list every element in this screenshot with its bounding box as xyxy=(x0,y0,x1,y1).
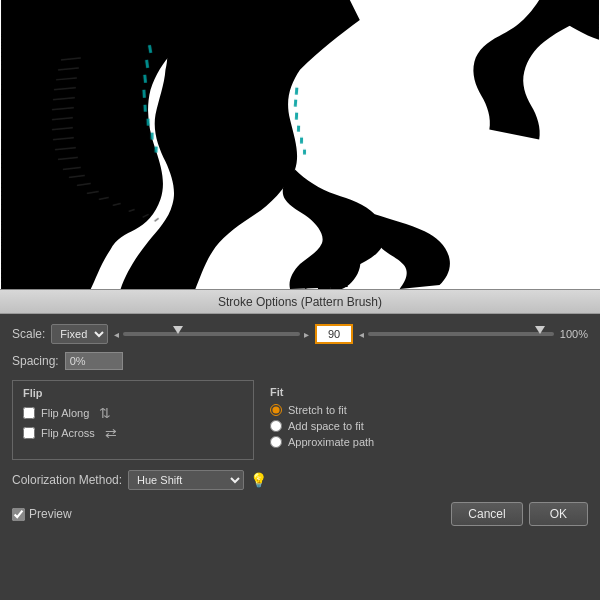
svg-rect-6 xyxy=(146,119,149,126)
svg-rect-10 xyxy=(294,100,297,107)
fit-approx-row: Approximate path xyxy=(270,436,578,448)
scale-label: Scale: xyxy=(12,327,45,341)
svg-rect-14 xyxy=(303,149,306,154)
fit-section: Fit Stretch to fit Add space to fit Appr… xyxy=(260,380,588,460)
svg-rect-8 xyxy=(154,146,157,152)
scale-slider-container: ◂ ▸ xyxy=(114,329,309,340)
svg-rect-7 xyxy=(151,133,154,140)
flip-fit-row: Flip Flip Along ⇅ Flip Across ⇄ Fit Stre… xyxy=(12,380,588,460)
scale-slider2-track[interactable] xyxy=(368,332,554,336)
slider-right-arrow[interactable]: ▸ xyxy=(304,329,309,340)
flip-along-label[interactable]: Flip Along xyxy=(41,407,89,419)
colorization-row: Colorization Method: None Tints Tints an… xyxy=(12,470,588,490)
scale-row: Scale: Fixed Auto ◂ ▸ ◂ 100% xyxy=(12,324,588,344)
scale-dropdown[interactable]: Fixed Auto xyxy=(51,324,108,344)
fit-stretch-label[interactable]: Stretch to fit xyxy=(288,404,347,416)
flip-along-icon: ⇅ xyxy=(99,405,111,421)
dialog-body: Scale: Fixed Auto ◂ ▸ ◂ 100% Spacing: xyxy=(0,314,600,538)
dialog-title: Stroke Options (Pattern Brush) xyxy=(218,295,382,309)
ok-button[interactable]: OK xyxy=(529,502,588,526)
preview-checkbox[interactable] xyxy=(12,508,25,521)
scale-percent-label: 100% xyxy=(560,328,588,340)
scale-number-input[interactable] xyxy=(315,324,353,344)
svg-rect-13 xyxy=(300,137,303,143)
scale-slider2-container: ◂ xyxy=(359,329,554,340)
flip-along-checkbox[interactable] xyxy=(23,407,35,419)
flip-across-icon: ⇄ xyxy=(105,425,117,441)
flip-across-label[interactable]: Flip Across xyxy=(41,427,95,439)
svg-rect-12 xyxy=(297,125,300,131)
colorization-dropdown[interactable]: None Tints Tints and Shades Hue Shift xyxy=(128,470,244,490)
spacing-input[interactable] xyxy=(65,352,123,370)
svg-rect-5 xyxy=(143,105,146,112)
flip-section: Flip Flip Along ⇅ Flip Across ⇄ xyxy=(12,380,254,460)
flip-across-row: Flip Across ⇄ xyxy=(23,425,243,441)
slider-left-arrow[interactable]: ◂ xyxy=(114,329,119,340)
canvas-area xyxy=(0,0,600,290)
fit-stretch-row: Stretch to fit xyxy=(270,404,578,416)
flip-across-checkbox[interactable] xyxy=(23,427,35,439)
preview-row: Preview xyxy=(12,507,72,521)
cancel-button[interactable]: Cancel xyxy=(451,502,522,526)
bulb-icon[interactable]: 💡 xyxy=(250,472,267,488)
fit-stretch-radio[interactable] xyxy=(270,404,282,416)
bottom-row: Preview Cancel OK xyxy=(12,502,588,526)
buttons-row: Cancel OK xyxy=(451,502,588,526)
fit-addspace-radio[interactable] xyxy=(270,420,282,432)
svg-rect-4 xyxy=(142,90,146,98)
flip-along-row: Flip Along ⇅ xyxy=(23,405,243,421)
fit-addspace-row: Add space to fit xyxy=(270,420,578,432)
fit-title: Fit xyxy=(270,386,578,398)
svg-rect-11 xyxy=(295,113,298,120)
fit-approx-label[interactable]: Approximate path xyxy=(288,436,374,448)
svg-rect-9 xyxy=(295,88,299,95)
spacing-row: Spacing: xyxy=(12,352,588,370)
dialog-titlebar: Stroke Options (Pattern Brush) xyxy=(0,290,600,314)
flip-title: Flip xyxy=(23,387,243,399)
colorization-label: Colorization Method: xyxy=(12,473,122,487)
fit-addspace-label[interactable]: Add space to fit xyxy=(288,420,364,432)
fit-approx-radio[interactable] xyxy=(270,436,282,448)
scale-slider-track[interactable] xyxy=(123,332,300,336)
slider2-left-arrow[interactable]: ◂ xyxy=(359,329,364,340)
spacing-label: Spacing: xyxy=(12,354,59,368)
preview-label[interactable]: Preview xyxy=(29,507,72,521)
